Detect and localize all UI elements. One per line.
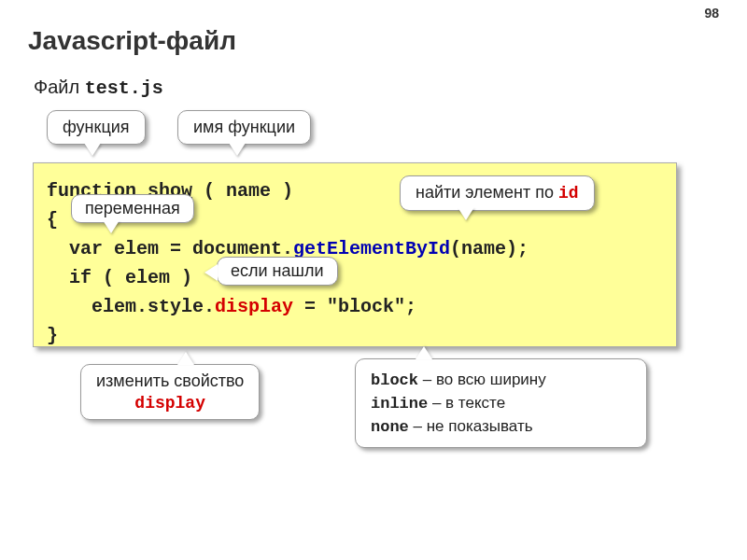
tail-icon — [204, 264, 218, 281]
callout-variable: переменная — [71, 194, 194, 223]
code-text: } — [47, 325, 58, 346]
subtitle: Файл test.js — [34, 77, 163, 99]
tail-icon — [458, 207, 474, 220]
code-text: ) — [271, 180, 293, 202]
page-number: 98 — [704, 6, 719, 21]
callout-display-keyword: display — [134, 394, 205, 413]
code-text: { — [47, 209, 58, 231]
tail-icon — [416, 346, 432, 359]
code-text: elem.style. — [47, 296, 215, 317]
callout-find-by-id: найти элемент по id — [400, 175, 595, 211]
tail-icon — [84, 143, 101, 156]
code-param: name — [226, 180, 271, 202]
subtitle-prefix: Файл — [34, 77, 85, 97]
code-text: ( — [192, 180, 226, 202]
subtitle-filename: test.js — [85, 77, 163, 99]
callout-function-keyword: функция — [47, 110, 146, 145]
callout-text-line1: изменить свойство — [96, 371, 244, 390]
code-text: = "block"; — [293, 296, 416, 317]
tail-icon — [177, 352, 194, 365]
code-prop: display — [215, 296, 293, 317]
code-text: (name); — [450, 238, 529, 259]
tail-icon — [229, 143, 246, 156]
callout-if-found: если нашли — [217, 257, 338, 286]
slide-title: Javascript-файл — [28, 26, 236, 56]
callout-change-display: изменить свойство display — [80, 364, 260, 420]
value-none-desc: – не показывать — [409, 417, 533, 435]
callout-display-values: block – во всю ширину inline – в тексте … — [355, 358, 647, 448]
value-inline-desc: – в тексте — [428, 394, 505, 412]
value-block: block — [371, 371, 418, 389]
tail-icon — [103, 220, 120, 233]
value-none: none — [371, 418, 409, 436]
code-text: if ( elem ) — [47, 267, 192, 288]
value-inline: inline — [371, 395, 428, 413]
value-block-desc: – во всю ширину — [418, 371, 546, 388]
callout-text: найти элемент по — [416, 183, 558, 202]
callout-function-name: имя функции — [177, 110, 311, 145]
callout-id-keyword: id — [558, 184, 579, 203]
